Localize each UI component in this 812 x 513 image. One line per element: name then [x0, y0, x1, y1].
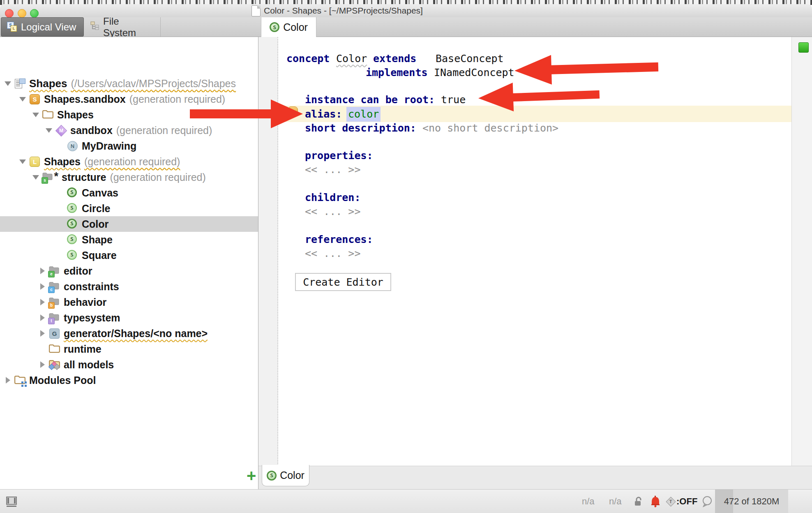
short-description-placeholder[interactable]: <no short description>: [422, 121, 558, 135]
toolwindow-toggle-button[interactable]: [5, 490, 18, 513]
hector-inspector-button[interactable]: [648, 490, 662, 513]
tree-item-mydrawing[interactable]: N MyDrawing: [0, 138, 258, 154]
kw-references[interactable]: references:: [305, 233, 373, 247]
no-errors-indicator: [798, 42, 809, 53]
tree-item-modules-pool[interactable]: Modules Pool: [0, 372, 258, 388]
toolbar: SL Logical View File System: [0, 17, 812, 37]
modules-pool-icon: [14, 375, 25, 386]
mps-window: Color - Shapes - [~/MPSProjects/Shapes] …: [0, 0, 812, 513]
children-placeholder[interactable]: << ... >>: [305, 205, 360, 219]
node-icon: N: [67, 141, 78, 152]
error-stripe[interactable]: [791, 37, 812, 466]
instance-value[interactable]: true: [441, 93, 466, 107]
window-title: Color - Shapes - [~/MPSProjects/Shapes]: [264, 6, 423, 16]
tab-file-system-label: File System: [103, 16, 155, 39]
editor-tab-label: Color: [283, 21, 308, 33]
tree-item-behavior-aspect[interactable]: b behavior: [0, 294, 258, 310]
expand-arrow-icon[interactable]: [40, 314, 45, 321]
collapse-arrow-icon[interactable]: [32, 113, 39, 117]
minimize-window-button[interactable]: [18, 9, 26, 18]
kw-concept[interactable]: concept: [286, 52, 330, 66]
collapse-arrow-icon[interactable]: [19, 97, 26, 102]
tab-file-system[interactable]: File System: [84, 17, 161, 37]
language-icon: L: [29, 156, 40, 167]
bottom-tab-color[interactable]: S Color: [262, 465, 309, 486]
bottom-tab-label: Color: [280, 469, 304, 481]
tree-item-constraints-aspect[interactable]: c constraints: [0, 279, 258, 294]
memory-indicator[interactable]: 472 of 1820M: [715, 490, 788, 513]
expand-arrow-icon[interactable]: [40, 299, 45, 305]
solution-icon: S: [29, 94, 40, 105]
lock-toggle[interactable]: [633, 490, 644, 513]
tree-item-typesystem-aspect[interactable]: t typesystem: [0, 310, 258, 326]
kw-short-description[interactable]: short description:: [305, 121, 416, 135]
tab-logical-view-label: Logical View: [21, 21, 76, 33]
kw-children[interactable]: children:: [305, 191, 360, 205]
tree-item-project-shapes[interactable]: Shapes(/Users/vaclav/MPSProjects/Shapes: [0, 76, 258, 91]
tree-item-shapes-sandbox[interactable]: S Shapes.sandbox(generation required): [0, 91, 258, 107]
folder-icon: [42, 109, 53, 120]
alias-value-selected[interactable]: color: [346, 107, 381, 122]
tab-logical-view[interactable]: SL Logical View: [1, 17, 84, 37]
project-tree[interactable]: Shapes(/Users/vaclav/MPSProjects/Shapes …: [0, 37, 258, 489]
expand-arrow-icon[interactable]: [6, 377, 10, 384]
speech-bubble-icon: [701, 495, 713, 508]
create-editor-button[interactable]: Create Editor: [295, 273, 391, 291]
file-system-icon: [90, 21, 100, 33]
implements-value[interactable]: INamedConcept: [434, 66, 514, 80]
tree-item-color-selected[interactable]: S Color: [0, 216, 258, 232]
collapse-arrow-icon[interactable]: [19, 159, 26, 164]
collapse-arrow-icon[interactable]: [5, 81, 11, 86]
kw-alias[interactable]: alias:: [305, 107, 342, 121]
concept-icon: S: [67, 250, 78, 261]
folder-icon: [49, 344, 60, 355]
kw-instance-can-be-root[interactable]: instance can be root:: [305, 93, 435, 107]
tree-item-editor-aspect[interactable]: e editor: [0, 263, 258, 279]
concept-icon: S: [267, 471, 277, 481]
concept-icon: S: [270, 22, 279, 32]
tree-item-shapes-language[interactable]: L Shapes(generation required): [0, 154, 258, 169]
logical-view-icon: SL: [7, 22, 18, 32]
tree-item-shape[interactable]: S Shape: [0, 232, 258, 247]
editor-tab-color[interactable]: S Color: [261, 17, 316, 37]
kw-extends[interactable]: extends: [373, 52, 416, 66]
project-icon: [14, 78, 25, 89]
unlocked-padlock-icon: [633, 496, 644, 507]
structure-aspect-icon: s*: [42, 172, 53, 183]
expand-arrow-icon[interactable]: [40, 361, 45, 368]
tree-item-square[interactable]: S Square: [0, 247, 258, 263]
tree-item-circle[interactable]: S Circle: [0, 201, 258, 216]
properties-placeholder[interactable]: << ... >>: [305, 163, 360, 177]
feedback-button[interactable]: [701, 490, 713, 513]
close-window-button[interactable]: [5, 9, 14, 18]
hector-label: :OFF: [676, 496, 697, 507]
zoom-window-button[interactable]: [30, 9, 39, 18]
extends-value[interactable]: BaseConcept: [436, 52, 504, 66]
all-models-icon: [49, 359, 60, 370]
editor-aspect-icon: e: [49, 266, 60, 277]
hector-diamond-icon: T: [667, 497, 675, 506]
tree-item-structure[interactable]: s* structure(generation required): [0, 169, 258, 185]
kw-implements[interactable]: implements: [366, 66, 428, 80]
tree-item-generator[interactable]: G generator/Shapes/<no name>: [0, 326, 258, 341]
expand-arrow-icon[interactable]: [40, 283, 45, 290]
rootable-concept-icon: S: [67, 219, 78, 230]
generator-icon: G: [49, 328, 60, 339]
add-tab-button[interactable]: +: [247, 467, 256, 484]
references-placeholder[interactable]: << ... >>: [305, 247, 360, 261]
expand-arrow-icon[interactable]: [40, 330, 45, 337]
collapse-arrow-icon[interactable]: [32, 175, 39, 180]
tree-item-all-models[interactable]: all models: [0, 357, 258, 372]
collapse-arrow-icon[interactable]: [46, 128, 52, 133]
tree-item-canvas[interactable]: S Canvas: [0, 185, 258, 201]
tree-item-runtime[interactable]: runtime: [0, 341, 258, 357]
tree-item-sandbox-model[interactable]: M sandbox(generation required): [0, 122, 258, 138]
constraints-aspect-icon: c: [49, 281, 60, 292]
toolwindow-icon: [5, 495, 18, 508]
typesystem-aspect-icon: t: [49, 312, 60, 324]
hector-status[interactable]: T :OFF: [667, 490, 697, 513]
concept-name[interactable]: Color: [336, 52, 367, 66]
kw-properties[interactable]: properties:: [305, 149, 373, 163]
expand-arrow-icon[interactable]: [40, 268, 45, 274]
memory-usage-label: 472 of 1820M: [724, 496, 780, 507]
